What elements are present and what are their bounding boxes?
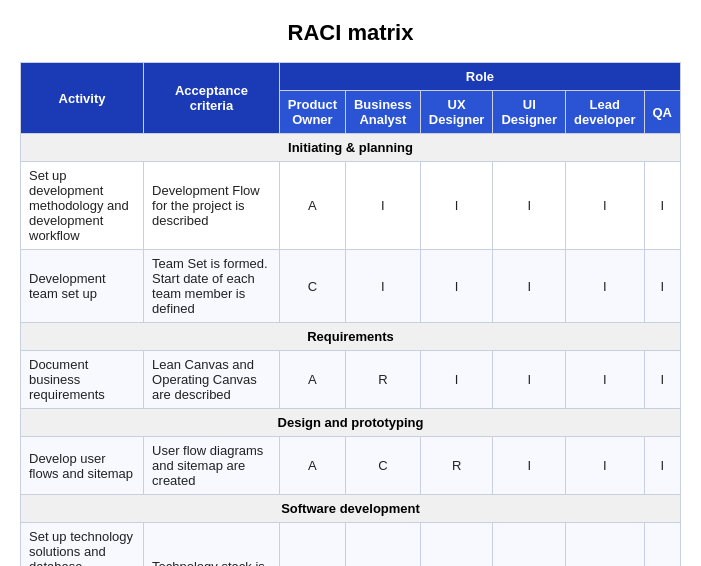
- raci-cell: I: [493, 351, 566, 409]
- role-qa: QA: [644, 91, 681, 134]
- raci-cell: A: [279, 162, 345, 250]
- raci-cell: C: [279, 250, 345, 323]
- role-ux-designer: UX Designer: [420, 91, 493, 134]
- activity-cell: Set up technology solutions and database…: [21, 523, 144, 567]
- raci-cell: I: [566, 250, 644, 323]
- raci-cell: I: [566, 437, 644, 495]
- col-acceptance: Acceptance criteria: [144, 63, 280, 134]
- raci-cell: C: [345, 523, 420, 567]
- acceptance-cell: Technology stack is set up: [144, 523, 280, 567]
- role-header: Role: [279, 63, 680, 91]
- raci-cell: I: [644, 162, 681, 250]
- raci-cell: C: [420, 523, 493, 567]
- raci-cell: A: [279, 437, 345, 495]
- raci-cell: I: [644, 250, 681, 323]
- role-ui-designer: UI Designer: [493, 91, 566, 134]
- acceptance-cell: User flow diagrams and sitemap are creat…: [144, 437, 280, 495]
- col-activity: Activity: [21, 63, 144, 134]
- activity-cell: Development team set up: [21, 250, 144, 323]
- raci-cell: R: [345, 351, 420, 409]
- role-lead-developer: Lead developer: [566, 91, 644, 134]
- raci-cell: I: [345, 162, 420, 250]
- raci-table: Activity Acceptance criteria Role Produc…: [20, 62, 681, 566]
- raci-cell: R: [420, 437, 493, 495]
- section-label: Requirements: [21, 323, 681, 351]
- raci-cell: I: [644, 437, 681, 495]
- raci-cell: I: [493, 250, 566, 323]
- raci-cell: I: [420, 162, 493, 250]
- activity-cell: Develop user flows and sitemap: [21, 437, 144, 495]
- raci-cell: I: [566, 162, 644, 250]
- raci-cell: I: [420, 351, 493, 409]
- raci-cell: I: [420, 250, 493, 323]
- acceptance-cell: Team Set is formed. Start date of each t…: [144, 250, 280, 323]
- raci-cell: R/A: [566, 523, 644, 567]
- raci-cell: C: [493, 523, 566, 567]
- section-label: Initiating & planning: [21, 134, 681, 162]
- raci-cell: C: [345, 437, 420, 495]
- section-label: Design and prototyping: [21, 409, 681, 437]
- acceptance-cell: Lean Canvas and Operating Canvas are des…: [144, 351, 280, 409]
- activity-cell: Document business requirements: [21, 351, 144, 409]
- role-business-analyst: Business Analyst: [345, 91, 420, 134]
- raci-cell: I/C: [279, 523, 345, 567]
- raci-cell: C: [644, 523, 681, 567]
- acceptance-cell: Development Flow for the project is desc…: [144, 162, 280, 250]
- raci-cell: A: [279, 351, 345, 409]
- role-product-owner: Product Owner: [279, 91, 345, 134]
- raci-cell: I: [566, 351, 644, 409]
- page-title: RACI matrix: [20, 20, 681, 46]
- raci-cell: I: [345, 250, 420, 323]
- activity-cell: Set up development methodology and devel…: [21, 162, 144, 250]
- raci-cell: I: [493, 162, 566, 250]
- section-label: Software development: [21, 495, 681, 523]
- raci-cell: I: [493, 437, 566, 495]
- raci-cell: I: [644, 351, 681, 409]
